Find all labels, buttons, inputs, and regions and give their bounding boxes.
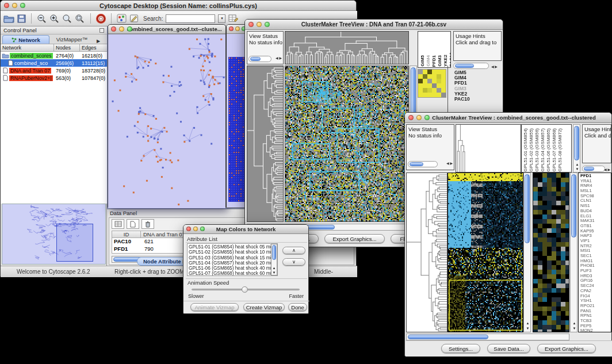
tv2-gene-labels[interactable]: PFD1 YRA1 RNR4 MSL1 SPC98 CLN1 NIS1 BUD4…	[579, 173, 611, 332]
tv2-hints-scrollbar[interactable]	[582, 166, 605, 172]
tv2-heatmap[interactable]	[448, 173, 523, 332]
zoom-button[interactable]	[127, 26, 132, 32]
animate-vizmap-button[interactable]: Animate Vizmap	[190, 303, 239, 311]
data-col-id[interactable]: ID	[112, 231, 141, 237]
close-button[interactable]	[248, 22, 254, 27]
tv1-detail-hscrollbar[interactable]	[453, 63, 489, 69]
map-colors-dialog: Map Colors to Network Attribute List GPL…	[183, 224, 309, 314]
minimap-viewport[interactable]	[56, 224, 93, 262]
zoom-button[interactable]	[200, 227, 205, 231]
minimize-button[interactable]	[416, 115, 422, 120]
zoom-button[interactable]	[20, 3, 25, 8]
tv2-collabel-vscrollbar[interactable]: ▲▼	[573, 124, 580, 173]
close-button[interactable]	[229, 26, 234, 31]
delete-attribute-button[interactable]	[141, 219, 154, 229]
attribute-list-vscrollbar[interactable]: ▲▼	[271, 244, 277, 275]
zoom-button[interactable]	[424, 115, 430, 120]
move-up-button[interactable]: ∧	[282, 247, 305, 254]
create-vizmap-button[interactable]: Create Vizmap	[243, 303, 285, 311]
network-view-titlebar[interactable]: combined_scores_good.txt--cluste...	[108, 25, 225, 34]
tv2-status-scrollbar[interactable]	[408, 161, 438, 167]
tv2-heatmap-vscrollbar[interactable]: ▲▼	[523, 173, 531, 332]
toolbar-separator	[90, 13, 91, 24]
minimize-button[interactable]	[193, 227, 198, 231]
treeview2-title: ClusterMaker TreeView : combined_scores_…	[432, 114, 595, 121]
annotation-icon[interactable]	[129, 14, 139, 23]
status-welcome: Welcome to Cytoscape 2.6.2	[17, 269, 90, 275]
toolbar-separator	[31, 13, 32, 24]
toolbar-separator	[111, 13, 112, 24]
zoom-button[interactable]	[265, 22, 270, 27]
close-button[interactable]	[186, 227, 191, 231]
minimize-button[interactable]	[12, 3, 17, 8]
tv2-row-dendrogram[interactable]	[407, 173, 447, 332]
tab-vizmapper[interactable]: VizMapper™	[49, 35, 94, 44]
network-canvas[interactable]	[108, 34, 225, 208]
zoom-out-icon[interactable]	[37, 14, 47, 23]
done-button[interactable]: Done	[288, 303, 307, 311]
zoom-selected-icon[interactable]	[75, 14, 85, 23]
new-attribute-button[interactable]	[127, 219, 139, 229]
tv2-settings-button[interactable]: Settings...	[441, 344, 480, 353]
tv2-detail-heatmap[interactable]	[533, 173, 569, 332]
treeview1-titlebar[interactable]: ClusterMaker TreeView : DNA and Tran 07-…	[245, 20, 503, 30]
network-overview-minimap[interactable]	[2, 204, 106, 265]
tv1-export-graphics-button[interactable]: Export Graphics...	[324, 234, 385, 243]
network-row[interactable]: DNA and Tran 07 769(0) 183728(0)	[1, 67, 107, 74]
slider-thumb[interactable]	[242, 286, 248, 293]
col-header-network[interactable]: Network	[1, 44, 54, 52]
table-icon	[114, 221, 122, 227]
help-lifering-icon[interactable]	[96, 14, 106, 24]
open-file-icon[interactable]	[3, 14, 14, 23]
tv2-hscrollbar[interactable]	[406, 334, 569, 340]
tab-overflow-icon[interactable]: ▶	[97, 39, 100, 44]
table-icon-button[interactable]	[112, 219, 124, 229]
main-titlebar[interactable]: Cytoscape Desktop (Session Name: collins…	[1, 1, 356, 11]
zoom-fit-icon[interactable]	[62, 14, 72, 23]
tv1-detail-matrix[interactable]	[418, 70, 446, 97]
network-row[interactable]: combined_sco 2569(6) 13112(15)	[1, 59, 107, 67]
tv2-export-graphics-button[interactable]: Export Graphics...	[537, 344, 596, 353]
folder-icon	[2, 53, 9, 59]
file-icon	[3, 75, 8, 81]
tv2-column-dendrogram[interactable]	[456, 125, 465, 172]
move-down-button[interactable]: ∨	[282, 258, 305, 266]
treeview1-title: ClusterMaker TreeView : DNA and Tran 07-…	[301, 21, 446, 28]
dialog-titlebar[interactable]: Map Colors to Network	[183, 225, 308, 234]
close-button[interactable]	[408, 115, 414, 120]
save-icon[interactable]	[17, 14, 26, 23]
close-button[interactable]	[111, 26, 116, 32]
attribute-list[interactable]: GPL51-01 (GSM854) heat shock 05 min GPL5…	[187, 243, 278, 276]
col-header-nodes[interactable]: Nodes	[54, 44, 80, 52]
float-panel-icon[interactable]	[100, 28, 104, 33]
tv1-column-dendrogram[interactable]	[285, 32, 408, 64]
tv1-status-scrollbar[interactable]	[248, 56, 271, 62]
tv1-view-status-box: View Status No status info for ◀ ▶	[247, 31, 284, 64]
page-icon	[130, 221, 136, 228]
attribute-list-label: Attribute List	[187, 236, 217, 242]
network-view-window: combined_scores_good.txt--cluste...	[108, 24, 226, 208]
table-edit-icon[interactable]	[228, 14, 239, 23]
tab-network[interactable]: Network	[2, 35, 49, 44]
tv1-row-dendrogram[interactable]	[247, 66, 283, 221]
animation-slider[interactable]	[192, 289, 300, 290]
network-row[interactable]: combined_scores 2764(0) 16218(0)	[1, 52, 107, 59]
search-input[interactable]	[166, 14, 215, 23]
animation-speed-label: Animation Speed	[188, 279, 229, 286]
tv1-gene-labels: GIM5 GIM4 PFD1 GIM3 YKE2 PAC10	[454, 70, 470, 102]
tv1-heatmap[interactable]	[285, 66, 408, 221]
window-controls[interactable]	[4, 3, 25, 8]
network-row[interactable]: RNAPuberNov2+| 563(0) 107847(0)	[1, 74, 107, 82]
treeview2-titlebar[interactable]: ClusterMaker TreeView : combined_scores_…	[405, 113, 611, 123]
minimize-button[interactable]	[119, 26, 124, 32]
tv2-save-data-button[interactable]: Save Data...	[487, 344, 530, 353]
file-icon	[3, 67, 8, 74]
search-dropdown-button[interactable]: ▼	[218, 14, 225, 23]
minimize-button[interactable]	[235, 26, 240, 31]
minimize-button[interactable]	[257, 22, 262, 27]
zoom-in-icon[interactable]	[49, 14, 59, 23]
col-header-edges[interactable]: Edges	[80, 44, 107, 52]
close-button[interactable]	[4, 3, 9, 8]
vizmapper-icon[interactable]	[117, 14, 127, 23]
tv2-genelist-vscrollbar[interactable]: ▲▼	[570, 173, 577, 332]
